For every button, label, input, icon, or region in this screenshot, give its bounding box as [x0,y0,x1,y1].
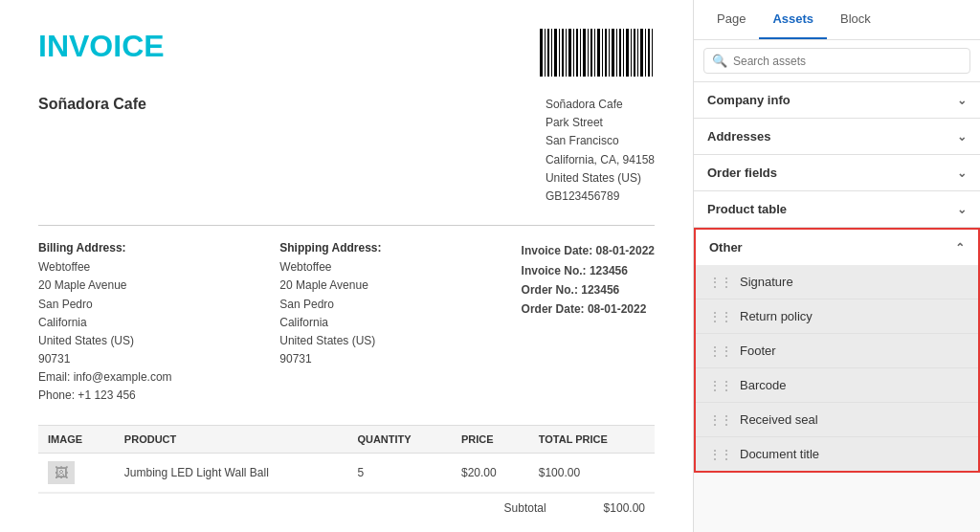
accordion-addresses-header[interactable]: Addresses ⌄ [694,119,980,154]
company-name: Soñadora Cafe [38,96,146,206]
svg-rect-27 [637,29,638,77]
svg-rect-23 [623,29,624,77]
billing-label: Billing Address: [38,241,279,255]
product-image-placeholder: 🖼 [48,461,75,484]
invoice-header: INVOICE [38,29,655,77]
accordion-company-info[interactable]: Company info ⌄ [694,82,980,119]
other-item-document-title-label: Document title [740,447,819,461]
row-quantity: 5 [347,453,452,492]
accordion-product-table[interactable]: Product table ⌄ [694,191,980,228]
other-item-document-title[interactable]: ⋮⋮ Document title [696,437,978,471]
svg-rect-25 [631,29,632,77]
row-product: Jumbing LED Light Wall Ball [115,453,348,492]
other-item-signature[interactable]: ⋮⋮ Signature [696,265,978,299]
tab-page[interactable]: Page [703,0,759,39]
grid-icon: ⋮⋮ [709,379,732,392]
invoice-area: INVOICE [0,0,694,532]
other-item-received-seal[interactable]: ⋮⋮ Received seal [696,403,978,437]
row-price: $20.00 [452,453,529,492]
accordion-product-table-header[interactable]: Product table ⌄ [694,191,980,227]
grid-icon: ⋮⋮ [709,344,732,358]
other-item-received-seal-label: Received seal [740,412,818,427]
search-input[interactable] [733,55,962,68]
svg-rect-7 [566,29,567,77]
svg-rect-6 [562,29,564,77]
accordion-product-table-label: Product table [707,202,787,216]
grid-icon: ⋮⋮ [709,276,732,289]
col-price: PRICE [452,425,529,453]
svg-rect-16 [597,29,600,77]
barcode-image [540,29,655,77]
svg-rect-1 [545,29,546,77]
svg-rect-18 [605,29,607,77]
tab-block[interactable]: Block [827,0,884,39]
product-table: IMAGE PRODUCT QUANTITY PRICE TOTAL PRICE… [38,425,655,493]
accordion-addresses[interactable]: Addresses ⌄ [694,119,980,155]
invoice-meta: Invoice Date: 08-01-2022 Invoice No.: 12… [522,241,655,406]
svg-rect-14 [590,29,592,77]
svg-rect-13 [588,29,589,77]
other-item-barcode[interactable]: ⋮⋮ Barcode [696,368,978,403]
svg-rect-15 [594,29,595,77]
other-item-footer[interactable]: ⋮⋮ Footer [696,334,978,368]
row-total-price: $100.00 [529,453,655,492]
panel-tabs: Page Assets Block [694,0,980,40]
tab-assets[interactable]: Assets [759,0,827,39]
other-items-list: ⋮⋮ Signature ⋮⋮ Return policy ⋮⋮ Footer … [696,265,978,471]
invoice-title: INVOICE [38,29,165,64]
divider [38,225,655,226]
svg-rect-22 [619,29,621,77]
other-item-barcode-label: Barcode [740,378,786,392]
accordion-company-info-label: Company info [707,93,791,107]
billing-address-col: Billing Address: Webtoffee 20 Maple Aven… [38,241,279,406]
col-image: IMAGE [38,425,115,453]
grid-icon: ⋮⋮ [709,448,732,461]
grid-icon: ⋮⋮ [709,310,732,323]
chevron-down-icon: ⌄ [957,166,967,180]
accordion-order-fields-header[interactable]: Order fields ⌄ [694,155,980,190]
other-item-footer-label: Footer [740,344,776,358]
subtotal-row: Subtotal $100.00 [38,493,655,522]
svg-rect-20 [612,29,614,77]
accordion-order-fields-label: Order fields [707,166,777,180]
svg-rect-19 [609,29,610,77]
accordion-addresses-label: Addresses [707,129,770,144]
svg-rect-5 [559,29,560,77]
svg-rect-17 [602,29,603,77]
chevron-down-icon: ⌄ [957,130,967,144]
svg-rect-24 [626,29,629,77]
company-address: Soñadora Cafe Park Street San Francisco … [546,96,655,206]
svg-rect-3 [551,29,552,77]
chevron-down-icon: ⌄ [957,94,967,107]
table-row: 🖼 Jumbing LED Light Wall Ball 5 $20.00 $… [38,453,655,492]
svg-rect-2 [547,29,549,77]
search-input-wrap[interactable]: 🔍 [703,48,970,74]
grid-icon: ⋮⋮ [709,413,732,427]
col-total-price: TOTAL PRICE [529,425,655,453]
svg-rect-28 [640,29,643,77]
svg-rect-26 [634,29,635,77]
other-item-return-policy-label: Return policy [740,309,813,323]
other-item-signature-label: Signature [740,275,793,289]
search-icon: 🔍 [712,54,727,68]
svg-rect-29 [645,29,646,77]
subtotal-value: $100.00 [604,501,645,515]
chevron-up-icon: ⌃ [955,241,965,255]
svg-rect-8 [568,29,571,77]
shipping-label: Shipping Address: [279,241,521,255]
shipping-address-col: Shipping Address: Webtoffee 20 Maple Ave… [279,241,521,406]
row-image: 🖼 [38,453,115,492]
accordion-other-header[interactable]: Other ⌃ [696,230,978,265]
other-item-return-policy[interactable]: ⋮⋮ Return policy [696,299,978,334]
search-box: 🔍 [694,40,980,82]
svg-rect-4 [554,29,557,77]
svg-rect-11 [580,29,581,77]
col-product: PRODUCT [115,425,348,453]
subtotal-label: Subtotal [504,501,546,515]
accordion-order-fields[interactable]: Order fields ⌄ [694,155,980,191]
col-quantity: QUANTITY [347,425,452,453]
svg-rect-10 [576,29,578,77]
accordion-company-info-header[interactable]: Company info ⌄ [694,82,980,118]
accordion-other: Other ⌃ ⋮⋮ Signature ⋮⋮ Return policy ⋮⋮… [694,228,980,473]
billing-section: Billing Address: Webtoffee 20 Maple Aven… [38,241,655,406]
